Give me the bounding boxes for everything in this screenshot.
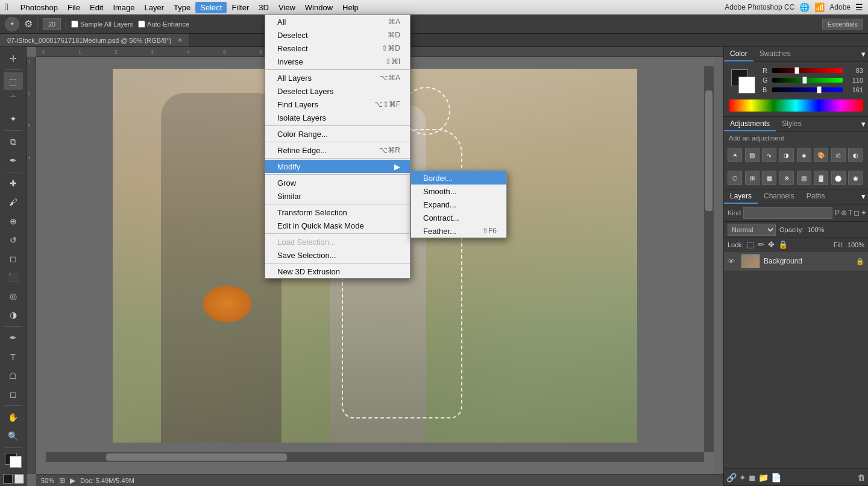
photo-filter-icon[interactable]: ⬡	[728, 171, 742, 185]
menu-item-view[interactable]: View	[274, 2, 300, 13]
submenu-contract[interactable]: Contract...	[411, 211, 506, 224]
background-swatch[interactable]	[738, 77, 755, 93]
filter-type-icon[interactable]: T	[848, 209, 852, 217]
menu-color-range[interactable]: Color Range...	[265, 127, 410, 140]
shape-tool[interactable]: ◻	[4, 385, 23, 403]
menu-quick-mask[interactable]: Edit in Quick Mask Mode	[265, 219, 410, 232]
quick-mask-icon[interactable]	[3, 474, 13, 484]
color-balance-icon[interactable]: ⚖	[831, 148, 846, 162]
magic-wand-tool[interactable]: ✦	[4, 110, 23, 127]
menu-item-file[interactable]: File	[63, 2, 85, 13]
tab-channels[interactable]: Channels	[758, 189, 800, 204]
layer-visibility-icon[interactable]: 👁	[728, 257, 737, 266]
lock-position-icon[interactable]: ✥	[768, 240, 775, 249]
apple-logo[interactable]: 	[5, 2, 8, 13]
essentials-button[interactable]: Essentials	[822, 19, 863, 30]
blue-thumb[interactable]	[817, 86, 822, 93]
submenu-expand[interactable]: Expand...	[411, 198, 506, 211]
menu-item-photoshop[interactable]: Photoshop	[16, 2, 63, 13]
status-arrow-icon[interactable]: ▶	[70, 476, 75, 485]
zoom-fit-icon[interactable]: ⊞	[59, 476, 65, 485]
sample-all-layers-checkbox[interactable]: Sample All Layers	[71, 21, 133, 28]
horizontal-scroll-thumb[interactable]	[106, 453, 287, 461]
lock-transparent-icon[interactable]: ⬚	[747, 240, 754, 249]
menu-all-layers[interactable]: All Layers ⌥⌘A	[265, 71, 410, 84]
tab-paths[interactable]: Paths	[800, 189, 831, 204]
adj-panel-menu[interactable]: ▾	[859, 117, 868, 131]
stamp-tool[interactable]: ⊕	[4, 212, 23, 230]
tab-adjustments[interactable]: Adjustments	[724, 117, 776, 131]
vibrance-icon[interactable]: ◈	[797, 148, 811, 162]
color-swatches[interactable]	[5, 453, 22, 469]
background-color[interactable]	[10, 456, 22, 468]
lock-all-icon[interactable]: 🔒	[778, 240, 788, 249]
layer-background[interactable]: 👁 Background 🔒	[724, 251, 868, 271]
green-slider[interactable]	[772, 78, 843, 83]
threshold-icon[interactable]: ▓	[814, 171, 828, 185]
menu-item-image[interactable]: Image	[108, 2, 139, 13]
blend-mode-select[interactable]: Normal Multiply Screen	[728, 224, 776, 236]
menu-grow[interactable]: Grow	[265, 176, 410, 189]
lock-image-icon[interactable]: ✏	[758, 240, 764, 249]
menu-deselect[interactable]: Deselect ⌘D	[265, 28, 410, 42]
vertical-scroll-thumb[interactable]	[705, 90, 712, 211]
menu-find-layers[interactable]: Find Layers ⌥⇧⌘F	[265, 98, 410, 111]
color-panel-menu[interactable]: ▾	[859, 47, 868, 62]
healing-tool[interactable]: ✚	[4, 175, 23, 192]
submenu-border[interactable]: Border...	[411, 171, 506, 185]
menu-item-select[interactable]: Select	[195, 2, 227, 13]
text-tool[interactable]: T	[4, 348, 23, 365]
exposure-icon[interactable]: ◑	[779, 148, 794, 162]
doc-close-icon[interactable]: ✕	[177, 37, 182, 43]
auto-enhance-checkbox[interactable]: Auto-Enhance	[138, 21, 189, 28]
layers-panel-menu[interactable]: ▾	[859, 189, 868, 204]
menu-reselect[interactable]: Reselect ⇧⌘D	[265, 42, 410, 55]
horizontal-scrollbar[interactable]	[46, 452, 704, 462]
move-tool[interactable]: ✛	[4, 49, 23, 67]
levels-icon[interactable]: ▤	[745, 148, 760, 162]
color-lookup-icon[interactable]: ▦	[762, 171, 776, 185]
menu-item-filter[interactable]: Filter	[227, 2, 254, 13]
history-brush-tool[interactable]: ↺	[4, 231, 23, 248]
channel-mixer-icon[interactable]: ⊞	[745, 171, 760, 185]
hue-sat-icon[interactable]: 🎨	[814, 148, 828, 162]
eyedropper-tool[interactable]: ✒	[4, 152, 23, 169]
color-spectrum[interactable]	[729, 99, 863, 112]
green-thumb[interactable]	[802, 77, 807, 84]
menu-item-3d[interactable]: 3D	[254, 2, 274, 13]
tab-layers[interactable]: Layers	[724, 189, 758, 204]
submenu-feather[interactable]: Feather... ⇧F6	[411, 224, 506, 238]
menu-inverse[interactable]: Inverse ⇧⌘I	[265, 55, 410, 68]
filter-shape-icon[interactable]: ◻	[854, 209, 860, 217]
lasso-tool[interactable]: ⌒	[4, 91, 23, 109]
posterize-icon[interactable]: ▤	[797, 171, 811, 185]
blur-tool[interactable]: ◎	[4, 288, 23, 305]
new-layer-icon[interactable]: 📄	[771, 473, 781, 482]
size-input[interactable]: 20	[43, 18, 61, 30]
new-group-icon[interactable]: 📁	[758, 473, 769, 482]
add-mask-icon[interactable]: ◼	[749, 473, 756, 482]
invert-icon[interactable]: ⊗	[779, 171, 794, 185]
delete-layer-icon[interactable]: 🗑	[857, 473, 866, 482]
bw-icon[interactable]: ◐	[848, 148, 863, 162]
tab-swatches[interactable]: Swatches	[753, 47, 797, 62]
tab-color[interactable]: Color	[724, 47, 753, 62]
crop-tool[interactable]: ⧉	[4, 133, 23, 150]
eraser-tool[interactable]: ◻	[4, 250, 23, 267]
filter-adj-icon[interactable]: ⊕	[841, 209, 847, 217]
filter-smart-icon[interactable]: ✦	[861, 209, 867, 217]
add-style-icon[interactable]: ✦	[739, 473, 746, 482]
menu-modify[interactable]: Modify ▶	[265, 160, 410, 173]
layers-search-input[interactable]	[743, 207, 832, 219]
menu-new-3d[interactable]: New 3D Extrusion	[265, 265, 410, 278]
menu-item-type[interactable]: Type	[169, 2, 195, 13]
red-thumb[interactable]	[794, 67, 799, 74]
hand-tool[interactable]: ✋	[4, 408, 23, 426]
menu-item-window[interactable]: Window	[300, 2, 338, 13]
vertical-scrollbar[interactable]	[704, 66, 714, 452]
zoom-tool[interactable]: 🔍	[4, 428, 23, 445]
link-layers-icon[interactable]: 🔗	[726, 473, 737, 482]
fg-bg-swatches[interactable]	[731, 69, 755, 93]
path-tool[interactable]: ☖	[4, 367, 23, 384]
brightness-contrast-icon[interactable]: ☀	[728, 148, 742, 162]
